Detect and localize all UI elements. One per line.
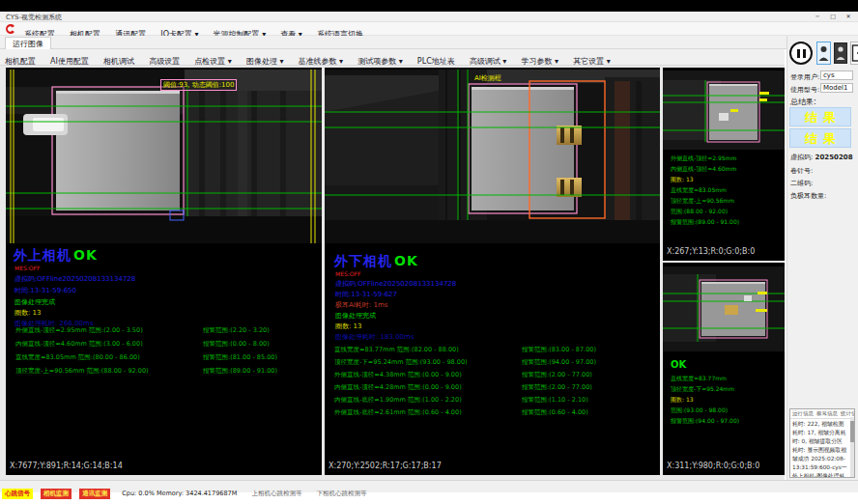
total-result-label: 总结果: — [790, 97, 816, 107]
aux-top-line: 内侧直线-顶径=4.60mm — [671, 165, 736, 174]
tool-camera-config[interactable]: 相机配置 — [0, 53, 41, 66]
time-lower: 时间:13-31-59-627 — [335, 290, 397, 299]
result-display-lower: 结果 — [789, 128, 851, 148]
comm-monitor-badge: 通讯监测 — [79, 489, 110, 499]
pause-icon — [803, 49, 806, 58]
tool-plc-address[interactable]: PLC地址表 — [413, 53, 460, 66]
maximize-button[interactable]: □ — [825, 12, 841, 21]
camera-view-aux-bottom[interactable]: OK 直线宽度=83.77mm 顶径宽度-下=95.24mm 圈数: 13 范围… — [663, 263, 785, 475]
measurement-row: 外侧直线-底径=2.61mm 范围:(0.60 - 4.00)报警范围:(0.6… — [334, 408, 653, 417]
ai-time-lower: 极耳AI耗时: 1ms — [335, 300, 387, 310]
virtual-code-value: 20250208 — [815, 154, 853, 161]
process-done-lower: 图像处理完成 — [335, 311, 376, 321]
measurement-row: 顶径宽度-上=90.56mm 范围:(88.00 - 92.00)报警范围:(8… — [15, 367, 322, 376]
process-done-upper: 图像处理完成 — [14, 297, 55, 307]
measurement-row: 内侧直线-顶径=4.60mm 范围:(3.00 - 6.00)报警范围:(0.0… — [15, 340, 322, 349]
info-tab-stats[interactable]: 统计信息 — [841, 410, 855, 416]
info-scrollbar-thumb[interactable] — [850, 421, 854, 442]
upper-camera-heartbeat-text: 上相机心跳检测等 — [251, 490, 301, 498]
exit-button[interactable] — [850, 42, 858, 65]
pause-icon — [797, 49, 800, 58]
heartbeat-badge: 心跳信号 — [2, 489, 33, 499]
control-sidebar: 登录用户: cys 使用型号: Model1 总结果: 结果 结果 虚拟码: 2… — [786, 36, 858, 481]
app-window: CYS-视觉检测系统 ─ □ ✕ 系统配置 相机配置 通讯配置 IO卡配置 ▾ … — [0, 0, 858, 504]
tool-image-processing[interactable]: 图像处理 ▾ — [242, 53, 289, 66]
pause-button[interactable] — [789, 42, 813, 65]
aux-top-line: 圈数: 13 — [671, 176, 694, 184]
aux-bottom-status: OK — [671, 359, 686, 370]
measurement-row: 顶径宽度-下=95.24mm 范围:(93.00 - 98.00)报警范围:(9… — [334, 358, 653, 367]
camera-upper-result-title: 外上相机OK — [14, 247, 98, 265]
pixel-coords-aux-top: X:267;Y:13;R:0;G:0;B:0 — [667, 247, 755, 256]
virtual-code-label: 虚拟码: 20250208 — [790, 153, 853, 162]
runtime-info-panel: 运行信息极耳信息统计信息 耗时: 222, 褶皱检测耗时: 17, 褶皱分离耗时… — [789, 408, 855, 478]
tool-other-settings[interactable]: 其它设置 ▾ — [568, 53, 615, 66]
tool-test-params[interactable]: 测试项参数 ▾ — [353, 53, 408, 66]
info-tab-strip: 运行信息极耳信息统计信息 — [790, 409, 854, 419]
measurement-row: 内侧直线-顶径=4.28mm 范围:(0.00 - 9.00)报警范围:(2.0… — [334, 383, 653, 392]
virtual-code-upper: 虚拟码:OFFline20250208133134728 — [14, 274, 135, 284]
tool-spot-check[interactable]: 点检设置 ▾ — [189, 53, 237, 66]
camera-scene-upper — [6, 70, 322, 243]
tool-baseline-params[interactable]: 基准线参数 ▾ — [294, 53, 349, 66]
camera-upper-name: 外上相机 — [14, 247, 72, 263]
login-user-value[interactable]: cys — [820, 70, 853, 80]
time-upper: 时间:13-31-59-650 — [14, 286, 76, 295]
camera-scene-lower — [325, 70, 660, 243]
aux-top-line: 顶径宽度-上=90.56mm — [671, 197, 734, 206]
camera-scene-aux-top — [663, 70, 785, 150]
camera-view-aux-top[interactable]: 外侧直线-顶径=2.95mm 内侧直线-顶径=4.60mm 圈数: 13 直线宽… — [663, 68, 785, 261]
ai-detect-box-label: AI检测框 — [474, 73, 501, 83]
aux-bottom-line: 范围:(93.00 - 98.00) — [671, 406, 728, 415]
measurement-row: 直线宽度=83.05mm 范围:(80.00 - 86.00)报警范围:(81.… — [15, 353, 322, 362]
model-select[interactable]: Model1 — [820, 83, 853, 93]
tool-advanced-debug[interactable]: 高级调试 ▾ — [465, 53, 512, 66]
menu-bar: 系统配置 相机配置 通讯配置 IO卡配置 ▾ 光源控制配置 ▾ 查看 ▾ 系统语… — [0, 22, 858, 36]
aux-top-line: 报警范围:(89.00 - 91.00) — [671, 218, 739, 227]
status-bar: 心跳信号 相机监测 通讯监测 Cpu: 0.0% Memory: 3424.41… — [0, 480, 858, 492]
mes-status-upper: MES:OFF — [14, 265, 40, 271]
lower-camera-heartbeat-text: 下相机心跳检测等 — [316, 490, 366, 498]
tool-advanced-settings[interactable]: 高级设置 — [144, 53, 185, 66]
threshold-overlay-label: 阈值:93, 动态阈值:100 — [160, 79, 237, 91]
loop-count-upper: 圈数: 13 — [14, 308, 42, 318]
info-tab-run[interactable]: 运行信息 — [792, 410, 814, 416]
tool-camera-debug[interactable]: 相机调试 — [99, 53, 139, 66]
operator-button[interactable] — [834, 42, 847, 64]
login-user-label: 登录用户: — [790, 72, 819, 82]
cpu-memory-readout: Cpu: 0.0% Memory: 3424.4179687M — [122, 490, 237, 497]
login-user-button[interactable] — [816, 42, 831, 65]
aux-bottom-line: 圈数: 13 — [671, 396, 694, 405]
window-title: CYS-视觉检测系统 — [6, 13, 62, 22]
aux-top-line: 直线宽度=83.05mm — [671, 186, 727, 195]
measurement-row: 内侧直线-底径=1.90mm 范围:(1.00 - 2.20)报警范围:(1.1… — [334, 396, 653, 405]
aux-bottom-line: 直线宽度=83.77mm — [671, 375, 727, 383]
aux-bottom-line: 报警范围:(94.00 - 97.00) — [671, 417, 739, 426]
runtime-stats-text: 耗时: 222, 褶皱检测耗时: 17, 褶皱分离耗时: 0, 褶皱提取分区耗时… — [790, 419, 854, 478]
process-time-lower: 图像处理耗时: 183.00ms — [335, 332, 415, 342]
tab-count-label: 负极耳数量: — [790, 191, 826, 201]
camera-view-lower[interactable]: AI检测框 外下相机OK MES:OFF 虚拟码:OFFline20250208… — [325, 68, 660, 475]
tool-learning-params[interactable]: 学习参数 ▾ — [516, 53, 563, 66]
qr-code-label: 二维码: — [790, 179, 813, 188]
aux-top-line: 外侧直线-顶径=2.95mm — [671, 154, 736, 163]
close-button[interactable]: ✕ — [841, 12, 856, 21]
winder-number-label: 卷针号: — [790, 166, 813, 176]
camera-scene-aux-bottom — [663, 266, 785, 351]
tab-strip: 运行图像 — [0, 36, 858, 49]
camera-lower-name: 外下相机 — [334, 253, 392, 268]
tool-ai-usage-config[interactable]: AI使用配置 — [45, 53, 94, 66]
info-scrollbar[interactable] — [850, 417, 854, 477]
virtual-code-lower: 虚拟码:OFFline20250208133134728 — [335, 279, 456, 289]
title-bar: CYS-视觉检测系统 ─ □ ✕ — [0, 12, 858, 22]
camera-view-upper[interactable]: 阈值:93, 动态阈值:100 外上相机OK MES:OFF 虚拟码:OFFli… — [6, 68, 322, 475]
camera-lower-result-title: 外下相机OK — [334, 253, 418, 270]
minimize-button[interactable]: ─ — [810, 12, 825, 21]
measurement-row: 直线宽度=83.77mm 范围:(82.00 - 88.00)报警范围:(83.… — [334, 346, 653, 354]
user-icon — [817, 42, 830, 64]
info-tab-tab[interactable]: 极耳信息 — [816, 410, 838, 416]
pixel-coords-aux-bottom: X:311;Y:980;R:0;G:0;B:0 — [667, 462, 759, 470]
tab-run-image[interactable]: 运行图像 — [5, 37, 51, 49]
result-display-upper: 结果 — [789, 107, 851, 126]
exit-icon — [851, 42, 858, 64]
